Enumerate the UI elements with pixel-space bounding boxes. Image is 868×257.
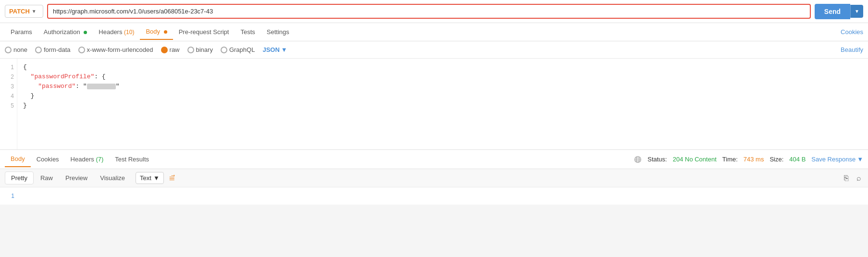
save-response-chevron-icon: ▼ (857, 156, 863, 163)
resp-tab-headers[interactable]: Headers (7) (65, 152, 110, 167)
copy-response-button[interactable]: ⎘ (842, 172, 851, 184)
tab-body[interactable]: Body (140, 24, 173, 40)
format-pretty-button[interactable]: Pretty (5, 171, 34, 184)
body-type-none[interactable]: none (5, 46, 27, 53)
send-button-group: Send ▼ (815, 4, 863, 19)
line-num-3: 3 (11, 82, 14, 91)
time-value: 743 ms (744, 156, 764, 163)
body-type-formdata[interactable]: form-data (35, 46, 71, 53)
graphql-radio[interactable] (221, 47, 227, 53)
search-response-button[interactable]: ⌕ (855, 172, 863, 184)
format-preview-button[interactable]: Preview (60, 172, 93, 184)
tab-params[interactable]: Params (5, 24, 38, 39)
line-num-5: 5 (11, 101, 14, 110)
code-line-3: "password": "" (23, 82, 862, 91)
globe-icon (634, 156, 642, 163)
none-radio[interactable] (5, 47, 12, 53)
resp-tab-cookies[interactable]: Cookies (31, 152, 65, 167)
send-button[interactable]: Send (815, 4, 850, 19)
body-type-binary[interactable]: binary (187, 46, 213, 53)
formdata-radio[interactable] (35, 47, 42, 53)
beautify-button[interactable]: Beautify (841, 46, 863, 53)
response-body: 1 (0, 187, 868, 205)
time-label: Time: (722, 156, 738, 163)
text-type-select[interactable]: Text ▼ (136, 172, 164, 184)
size-label: Size: (769, 156, 783, 163)
body-type-urlencoded[interactable]: x-www-form-urlencoded (78, 46, 153, 53)
send-chevron-button[interactable]: ▼ (850, 5, 863, 18)
line-numbers: 1 2 3 4 5 (0, 59, 17, 149)
tab-authorization[interactable]: Authorization (38, 24, 93, 39)
request-tab-bar: Params Authorization Headers (10) Body P… (0, 23, 868, 41)
resp-line-num-1: 1 (11, 191, 14, 201)
code-body[interactable]: { "passwordProfile": { "password": "" } … (17, 59, 868, 149)
status-label: Status: (647, 156, 667, 163)
format-visualize-button[interactable]: Visualize (94, 172, 131, 184)
tab-settings[interactable]: Settings (261, 24, 295, 39)
size-value: 404 B (789, 156, 806, 163)
code-line-1: { (23, 62, 862, 72)
json-chevron-icon: ▼ (281, 46, 287, 53)
password-value-blurred (87, 84, 116, 89)
text-select-chevron-icon: ▼ (153, 174, 160, 182)
json-type-select[interactable]: JSON ▼ (262, 46, 287, 53)
method-chevron-icon: ▼ (32, 9, 37, 14)
method-select[interactable]: PATCH ▼ (5, 5, 43, 18)
response-format-bar: Pretty Raw Preview Visualize Text ▼ ≡⃗ ⎘… (0, 169, 868, 187)
code-line-5: } (23, 101, 862, 110)
resp-line-numbers: 1 (0, 191, 17, 201)
response-actions: ⎘ ⌕ (842, 172, 863, 184)
cookies-link[interactable]: Cookies (841, 28, 863, 36)
response-status: Status: 204 No Content Time: 743 ms Size… (634, 156, 863, 163)
response-section: Body Cookies Headers (7) Test Results St… (0, 150, 868, 205)
save-response-button[interactable]: Save Response ▼ (811, 156, 863, 163)
authorization-dot (84, 31, 87, 34)
body-dot (164, 30, 167, 34)
code-editor: 1 2 3 4 5 { "passwordProfile": { "passwo… (0, 59, 868, 150)
body-type-bar: none form-data x-www-form-urlencoded raw… (0, 41, 868, 59)
raw-radio[interactable] (161, 47, 168, 53)
url-input[interactable] (47, 4, 811, 19)
binary-radio[interactable] (187, 47, 194, 53)
tab-headers[interactable]: Headers (10) (93, 24, 140, 39)
line-num-1: 1 (11, 62, 14, 72)
format-raw-button[interactable]: Raw (35, 172, 59, 184)
code-line-2: "passwordProfile": { (23, 72, 862, 82)
top-bar: PATCH ▼ Send ▼ (0, 0, 868, 23)
line-num-2: 2 (11, 72, 14, 82)
resp-tab-body[interactable]: Body (5, 151, 31, 167)
method-label: PATCH (9, 8, 30, 15)
tab-prerequest[interactable]: Pre-request Script (173, 24, 235, 39)
wrap-lines-icon[interactable]: ≡⃗ (169, 173, 175, 183)
body-type-graphql[interactable]: GraphQL (221, 46, 255, 53)
code-line-4: } (23, 91, 862, 101)
status-code: 204 No Content (673, 156, 717, 163)
urlencoded-radio[interactable] (78, 47, 85, 53)
line-num-4: 4 (11, 91, 14, 101)
resp-tab-test-results[interactable]: Test Results (109, 152, 155, 167)
tab-tests[interactable]: Tests (235, 24, 260, 39)
body-type-raw[interactable]: raw (161, 46, 180, 53)
response-tab-bar: Body Cookies Headers (7) Test Results St… (0, 150, 868, 169)
